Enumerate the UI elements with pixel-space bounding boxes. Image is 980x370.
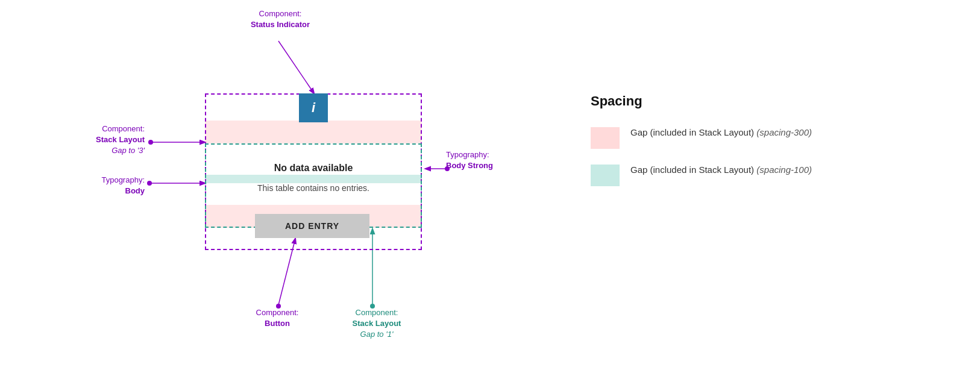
svg-point-7 [147,181,152,186]
legend-text-pink: Gap (included in Stack Layout) (spacing-… [630,126,812,140]
spacing-title: Spacing [591,93,940,109]
status-indicator-icon: i [299,93,328,122]
legend-swatch-teal [591,165,620,186]
annotation-stack-layout-left: Component: Stack Layout Gap to '3' [30,124,145,157]
svg-line-0 [278,41,314,93]
annotation-stack-layout-bottom: Component: Stack Layout Gap to '1' [328,307,425,340]
annotation-typography-body: Typography: Body [54,175,145,196]
diagram-area: i No data available This table contains … [0,0,980,370]
legend-swatch-pink [591,127,620,149]
legend-text-teal: Gap (included in Stack Layout) (spacing-… [630,163,812,177]
legend-item-pink: Gap (included in Stack Layout) (spacing-… [591,126,940,149]
legend-item-teal: Gap (included in Stack Layout) (spacing-… [591,163,940,186]
no-data-text: No data available [205,163,422,174]
annotation-button: Component: Button [235,307,319,329]
svg-point-6 [148,140,153,145]
annotation-body-strong: Typography: Body Strong [446,149,542,171]
table-empty-text: This table contains no entries. [205,183,422,193]
spacing-panel: Spacing Gap (included in Stack Layout) (… [591,93,940,201]
icon-label: i [312,100,315,116]
annotation-status-indicator: Component: Status Indicator [226,8,335,30]
add-entry-button[interactable]: ADD ENTRY [255,214,369,238]
